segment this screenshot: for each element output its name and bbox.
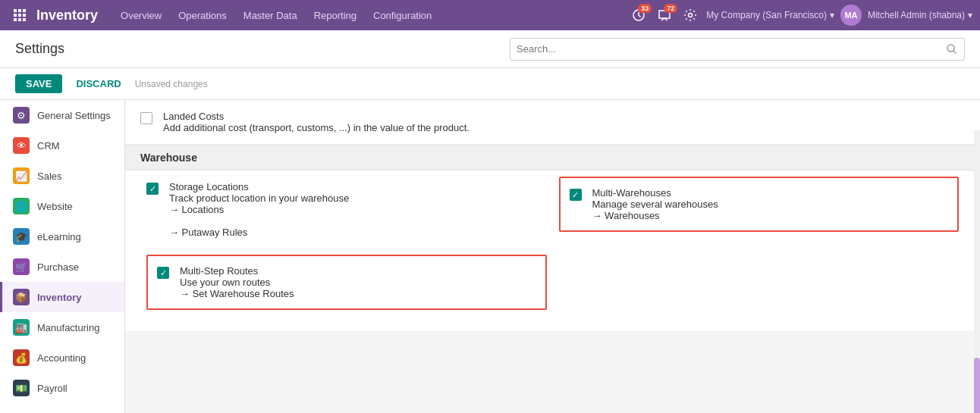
sidebar-label-elearning: eLearning bbox=[37, 231, 81, 242]
sidebar-item-manufacturing[interactable]: 🏭 Manufacturing bbox=[0, 312, 124, 343]
main-layout: ⚙ General Settings 👁 CRM 📈 Sales 🌐 Websi… bbox=[0, 100, 980, 413]
multi-warehouses-highlight: ✓ Multi-Warehouses Manage several wareho… bbox=[559, 177, 960, 232]
search-input[interactable] bbox=[517, 43, 946, 55]
putaway-rules-link[interactable]: → Putaway Rules bbox=[169, 227, 349, 238]
message-badge: 72 bbox=[664, 4, 677, 13]
sidebar-item-elearning[interactable]: 🎓 eLearning bbox=[0, 221, 124, 252]
multi-warehouses-desc: Manage several warehouses bbox=[592, 199, 718, 210]
clock-icon-badge[interactable]: 33 bbox=[629, 5, 649, 25]
scrollbar-track[interactable] bbox=[974, 130, 980, 413]
general-settings-icon: ⚙ bbox=[13, 107, 30, 124]
nav-operations[interactable]: Operations bbox=[171, 5, 234, 26]
elearning-icon: 🎓 bbox=[13, 228, 30, 245]
warehouse-grid: ✓ Storage Locations Track product locati… bbox=[125, 171, 980, 331]
sidebar-item-sales[interactable]: 📈 Sales bbox=[0, 161, 124, 191]
message-icon-badge[interactable]: 72 bbox=[655, 5, 674, 25]
settings-icon[interactable] bbox=[680, 5, 700, 25]
landed-costs-desc: Add additional cost (transport, customs,… bbox=[163, 122, 470, 133]
svg-rect-0 bbox=[14, 9, 17, 12]
locations-link[interactable]: → Locations bbox=[169, 204, 349, 215]
sidebar-label-website: Website bbox=[37, 201, 73, 212]
discard-button[interactable]: DISCARD bbox=[68, 74, 128, 93]
company-selector[interactable]: My Company (San Francisco) ▾ bbox=[706, 10, 834, 20]
landed-costs-row: Landed Costs Add additional cost (transp… bbox=[125, 100, 980, 145]
sidebar-label-sales: Sales bbox=[37, 171, 62, 182]
multi-warehouses-title: Multi-Warehouses bbox=[592, 187, 718, 199]
sidebar-item-payroll[interactable]: 💵 Payroll bbox=[0, 373, 124, 403]
save-button[interactable]: SAVE bbox=[15, 74, 62, 93]
multi-step-routes-title: Multi-Step Routes bbox=[180, 265, 294, 277]
nav-reporting[interactable]: Reporting bbox=[306, 5, 364, 26]
storage-locations-title: Storage Locations bbox=[169, 181, 349, 192]
storage-locations-inner: ✓ Storage Locations Track product locati… bbox=[146, 181, 547, 238]
purchase-icon: 🛒 bbox=[13, 258, 30, 275]
crm-icon: 👁 bbox=[13, 137, 30, 154]
company-name: My Company (San Francisco) bbox=[706, 10, 827, 20]
unsaved-changes-label: Unsaved changes bbox=[135, 79, 208, 89]
svg-rect-8 bbox=[23, 18, 26, 21]
search-icon bbox=[946, 43, 958, 55]
sidebar-label-crm: CRM bbox=[37, 140, 60, 152]
sidebar-label-purchase: Purchase bbox=[37, 261, 79, 273]
user-name: Mitchell Admin (shabna) bbox=[868, 10, 965, 20]
svg-point-11 bbox=[947, 45, 954, 52]
accounting-icon: 💰 bbox=[13, 349, 30, 366]
sidebar-label-accounting: Accounting bbox=[37, 352, 86, 364]
sidebar-label-general: General Settings bbox=[37, 110, 111, 121]
sidebar-item-general[interactable]: ⚙ General Settings bbox=[0, 100, 124, 130]
landed-costs-title: Landed Costs bbox=[163, 111, 470, 122]
settings-header: Settings bbox=[0, 30, 980, 68]
multi-step-routes-inner: ✓ Multi-Step Routes Use your own routes … bbox=[157, 265, 536, 299]
website-icon: 🌐 bbox=[13, 198, 30, 214]
warehouses-link[interactable]: → Warehouses bbox=[592, 210, 718, 221]
sidebar-item-website[interactable]: 🌐 Website bbox=[0, 191, 124, 221]
sidebar-label-manufacturing: Manufacturing bbox=[37, 322, 99, 333]
nav-masterdata[interactable]: Master Data bbox=[236, 5, 305, 26]
svg-rect-3 bbox=[14, 14, 17, 17]
svg-rect-6 bbox=[14, 18, 17, 21]
svg-rect-5 bbox=[23, 14, 26, 17]
multi-step-routes-desc: Use your own routes bbox=[180, 277, 294, 288]
sales-icon: 📈 bbox=[13, 167, 30, 184]
multi-step-routes-highlight: ✓ Multi-Step Routes Use your own routes … bbox=[146, 255, 547, 310]
landed-costs-checkbox[interactable] bbox=[140, 112, 152, 124]
multi-step-routes-checkbox[interactable]: ✓ bbox=[157, 267, 169, 279]
sidebar-item-crm[interactable]: 👁 CRM bbox=[0, 130, 124, 161]
nav-right: 33 72 My Company (San Francisco) ▾ MA Mi… bbox=[629, 5, 972, 26]
svg-point-10 bbox=[689, 14, 693, 17]
svg-rect-7 bbox=[18, 18, 21, 21]
multi-step-routes-container: ✓ Multi-Step Routes Use your own routes … bbox=[140, 249, 553, 316]
manufacturing-icon: 🏭 bbox=[13, 319, 30, 336]
search-bar[interactable] bbox=[510, 38, 965, 61]
multi-warehouses-info: Multi-Warehouses Manage several warehous… bbox=[592, 187, 718, 221]
page-title: Settings bbox=[15, 41, 64, 57]
top-navigation: Inventory Overview Operations Master Dat… bbox=[0, 0, 980, 30]
storage-locations-info: Storage Locations Track product location… bbox=[169, 181, 349, 238]
nav-configuration[interactable]: Configuration bbox=[366, 5, 439, 26]
sidebar-item-inventory[interactable]: 📦 Inventory bbox=[0, 282, 124, 312]
scrollbar-thumb[interactable] bbox=[974, 358, 980, 413]
grid-menu-icon[interactable] bbox=[8, 3, 32, 27]
payroll-icon: 💵 bbox=[13, 380, 30, 396]
sidebar-item-accounting[interactable]: 💰 Accounting bbox=[0, 343, 124, 373]
inventory-icon: 📦 bbox=[13, 289, 30, 305]
sidebar-label-inventory: Inventory bbox=[37, 292, 82, 303]
multi-warehouses-checkbox[interactable]: ✓ bbox=[570, 189, 582, 201]
action-bar: SAVE DISCARD Unsaved changes bbox=[0, 68, 980, 100]
nav-overview[interactable]: Overview bbox=[113, 5, 169, 26]
multi-step-routes-info: Multi-Step Routes Use your own routes → … bbox=[180, 265, 294, 299]
multi-warehouses-inner: ✓ Multi-Warehouses Manage several wareho… bbox=[570, 187, 949, 221]
svg-rect-1 bbox=[18, 9, 21, 12]
set-warehouse-routes-link[interactable]: → Set Warehouse Routes bbox=[180, 288, 294, 299]
landed-costs-info: Landed Costs Add additional cost (transp… bbox=[163, 111, 470, 133]
sidebar: ⚙ General Settings 👁 CRM 📈 Sales 🌐 Websi… bbox=[0, 100, 125, 413]
sidebar-item-purchase[interactable]: 🛒 Purchase bbox=[0, 252, 124, 282]
storage-locations-checkbox[interactable]: ✓ bbox=[146, 183, 159, 195]
storage-locations-item: ✓ Storage Locations Track product locati… bbox=[140, 171, 553, 249]
nav-links: Overview Operations Master Data Reportin… bbox=[113, 5, 629, 26]
user-selector[interactable]: Mitchell Admin (shabna) ▾ bbox=[868, 10, 972, 20]
svg-rect-2 bbox=[23, 9, 26, 12]
avatar: MA bbox=[840, 5, 862, 26]
app-title: Inventory bbox=[36, 8, 98, 23]
clock-badge: 33 bbox=[638, 4, 652, 13]
